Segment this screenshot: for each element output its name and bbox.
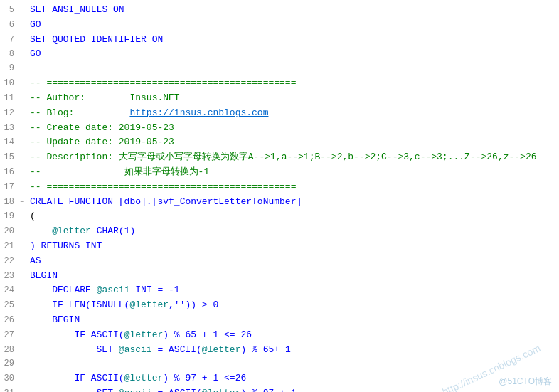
table-row: 29 — [0, 357, 559, 371]
code-content: ) RETURNS INT — [28, 239, 559, 254]
collapse-icon — [20, 285, 28, 297]
code-content: -- Author: Insus.NET — [28, 91, 559, 106]
code-content: SET QUOTED_IDENTIFIER ON — [28, 33, 559, 48]
line-number: 12 — [0, 107, 20, 120]
line-number: 20 — [0, 225, 20, 238]
collapse-icon — [20, 93, 28, 105]
collapse-icon — [20, 35, 28, 46]
line-number: 14 — [0, 136, 20, 149]
line-number: 10 — [0, 77, 20, 90]
table-row: 6 GO — [0, 18, 559, 33]
table-row: 20 @letter CHAR(1) — [0, 224, 559, 239]
code-token: https://insus.cnblogs.com — [129, 107, 268, 118]
collapse-icon — [20, 167, 28, 179]
code-token: ) % 65 + 1 <= 26 — [163, 329, 252, 340]
collapse-icon[interactable]: − — [20, 78, 28, 90]
table-row: 22 AS — [0, 254, 559, 269]
collapse-icon — [20, 49, 28, 60]
code-token: ) % 97 + 1 <=26 — [163, 373, 246, 383]
code-token: @ascii — [97, 285, 130, 295]
table-row: 10−-- ==================================… — [0, 76, 559, 91]
table-row: 17 -- ==================================… — [0, 180, 559, 195]
code-token: CHAR(1) — [91, 226, 135, 236]
code-content: IF ASCII(@letter) % 97 + 1 <=26 — [28, 371, 559, 386]
table-row: 23 BEGIN — [0, 269, 559, 284]
line-number: 17 — [0, 181, 20, 194]
line-number: 25 — [0, 299, 20, 312]
code-token: ( — [30, 211, 36, 221]
collapse-icon — [20, 63, 28, 75]
line-number: 16 — [0, 166, 20, 179]
code-content: -- =====================================… — [28, 180, 559, 195]
code-token: @letter — [202, 344, 241, 355]
line-number: 31 — [0, 387, 20, 392]
line-number: 21 — [0, 240, 20, 253]
table-row: 26 BEGIN — [0, 313, 559, 328]
code-content: -- Create date: 2019-05-23 — [28, 121, 559, 136]
code-content: GO — [28, 47, 559, 62]
code-token: AS — [30, 255, 41, 266]
code-token: @letter — [202, 388, 241, 392]
table-row: 21 ) RETURNS INT — [0, 239, 559, 254]
line-number: 30 — [0, 372, 20, 386]
code-token: SET ANSI_NULLS ON — [30, 4, 124, 15]
code-token: CREATE FUNCTION [dbo].[svf_ConvertLetter… — [30, 196, 302, 207]
table-row: 30 IF ASCII(@letter) % 97 + 1 <=26 — [0, 371, 559, 386]
code-token: IF ASCII( — [30, 373, 124, 383]
line-number: 28 — [0, 344, 20, 357]
table-row: 14 -- Update date: 2019-05-23 — [0, 135, 559, 150]
code-content: -- =====================================… — [28, 76, 559, 91]
code-token: -- =====================================… — [30, 181, 296, 192]
table-row: 31 SET @ascii = ASCII(@letter) % 97 + 1 — [0, 386, 559, 392]
table-row: 24 DECLARE @ascii INT = -1 — [0, 283, 559, 298]
code-token: = ASCII( — [152, 388, 202, 392]
code-content: SET @ascii = ASCII(@letter) % 65+ 1 — [28, 343, 559, 358]
code-content: -- Blog: https://insus.cnblogs.com — [28, 106, 559, 121]
code-token: ,'')) > 0 — [169, 300, 218, 310]
collapse-icon — [20, 211, 28, 223]
code-content: ( — [28, 209, 559, 224]
line-number: 24 — [0, 284, 20, 297]
code-token — [30, 226, 52, 236]
collapse-icon — [20, 226, 28, 238]
code-token: -- 如果非字母转换为-1 — [30, 166, 209, 177]
line-number: 5 — [0, 4, 20, 17]
code-content: CREATE FUNCTION [dbo].[svf_ConvertLetter… — [28, 195, 559, 210]
code-content: AS — [28, 254, 559, 269]
code-content: SET ANSI_NULLS ON — [28, 3, 559, 18]
code-editor: 5 SET ANSI_NULLS ON6 GO7 SET QUOTED_IDEN… — [0, 0, 559, 392]
code-token: ) RETURNS INT — [30, 240, 102, 251]
collapse-icon — [20, 315, 28, 327]
code-content: DECLARE @ascii INT = -1 — [28, 283, 559, 298]
code-token: DECLARE — [30, 285, 97, 295]
line-number: 9 — [0, 62, 20, 75]
code-content: @letter CHAR(1) — [28, 224, 559, 239]
collapse-icon — [20, 241, 28, 253]
code-token: @ascii — [119, 344, 152, 355]
code-token: ) % 97 + 1 — [240, 388, 296, 392]
line-number: 11 — [0, 92, 20, 105]
line-number: 15 — [0, 151, 20, 164]
collapse-icon — [20, 108, 28, 120]
collapse-icon — [20, 271, 28, 282]
line-number: 26 — [0, 314, 20, 327]
line-number: 7 — [0, 33, 20, 47]
code-token: BEGIN — [30, 270, 58, 281]
code-content: -- Description: 大写字母或小写字母转换为数字A-->1,a-->… — [28, 150, 559, 165]
code-token: BEGIN — [30, 314, 80, 325]
code-token: -- Author: Insus.NET — [30, 92, 180, 103]
code-token: @letter — [124, 373, 164, 383]
code-content: GO — [28, 18, 559, 33]
code-content: BEGIN — [28, 269, 559, 284]
code-token: = ASCII( — [152, 344, 202, 355]
collapse-icon[interactable]: − — [20, 197, 28, 208]
table-row: 13 -- Create date: 2019-05-23 — [0, 121, 559, 136]
collapse-icon — [20, 359, 28, 370]
code-token: @letter — [129, 300, 169, 310]
table-row: 16 -- 如果非字母转换为-1 — [0, 165, 559, 180]
code-token: GO — [30, 19, 41, 30]
collapse-icon — [20, 374, 28, 385]
code-token: SET — [30, 388, 119, 392]
code-token: @letter — [124, 329, 164, 340]
line-number: 22 — [0, 255, 20, 268]
